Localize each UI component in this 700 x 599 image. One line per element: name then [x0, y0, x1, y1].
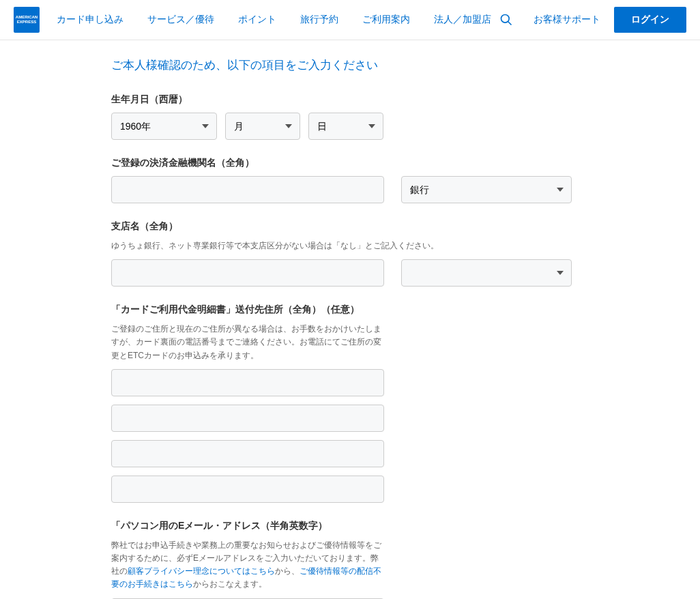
branch-type-select[interactable] — [401, 259, 572, 287]
address-group: 「カードご利用代金明細書」送付先住所（全角）（任意） ご登録のご住所と現在のご住… — [111, 304, 589, 503]
main-header: AMERICAN EXPRESS カード申し込み サービス／優待 ポイント 旅行… — [0, 0, 700, 40]
address-line3-input[interactable] — [111, 440, 384, 467]
branch-group: 支店名（全角） ゆうちょ銀行、ネット専業銀行等で本支店区分がない場合は「なし」と… — [111, 220, 589, 287]
support-link[interactable]: お客様サポート — [534, 14, 600, 26]
amex-logo[interactable]: AMERICAN EXPRESS — [14, 7, 40, 33]
address-line2-input[interactable] — [111, 405, 384, 432]
page-heading: ご本人様確認のため、以下の項目をご入力ください — [111, 57, 589, 73]
nav-guide[interactable]: ご利用案内 — [362, 14, 410, 26]
address-hint: ご登録のご住所と現在のご住所が異なる場合は、お手数をおかけいたしますが、カード裏… — [111, 323, 384, 362]
address-label: 「カードご利用代金明細書」送付先住所（全角）（任意） — [111, 304, 589, 316]
bank-group: ご登録の決済金融機関名（全角） 銀行 — [111, 157, 589, 203]
login-button[interactable]: ログイン — [614, 7, 686, 33]
address-line4-input[interactable] — [111, 476, 384, 503]
nav-corporate[interactable]: 法人／加盟店 — [434, 14, 491, 26]
search-icon[interactable] — [499, 13, 513, 27]
dob-group: 生年月日（西暦） 1960年 月 日 — [111, 93, 589, 140]
branch-name-input[interactable] — [111, 259, 384, 287]
dob-day-select[interactable]: 日 — [308, 113, 383, 140]
branch-label: 支店名（全角） — [111, 220, 589, 233]
dob-label: 生年月日（西暦） — [111, 93, 589, 106]
bank-label: ご登録の決済金融機関名（全角） — [111, 157, 589, 169]
pc-email-label: 「パソコン用のEメール・アドレス（半角英数字） — [111, 520, 589, 532]
pc-email-hint: 弊社ではお申込手続きや業務上の重要なお知らせおよびご優待情報等をご案内するために… — [111, 539, 384, 591]
bank-type-select[interactable]: 銀行 — [401, 176, 572, 203]
pc-email-group: 「パソコン用のEメール・アドレス（半角英数字） 弊社ではお申込手続きや業務上の重… — [111, 520, 589, 599]
nav-points[interactable]: ポイント — [238, 14, 276, 26]
privacy-link[interactable]: 顧客プライバシー理念についてはこちら — [128, 566, 275, 576]
primary-nav: カード申し込み サービス／優待 ポイント 旅行予約 ご利用案内 法人／加盟店 — [57, 14, 499, 26]
dob-month-select[interactable]: 月 — [225, 113, 300, 140]
svg-point-0 — [501, 15, 510, 23]
bank-name-input[interactable] — [111, 176, 384, 203]
svg-line-1 — [508, 22, 512, 25]
address-line1-input[interactable] — [111, 369, 384, 396]
form-container: ご本人様確認のため、以下の項目をご入力ください 生年月日（西暦） 1960年 月… — [111, 40, 589, 599]
dob-year-select[interactable]: 1960年 — [111, 113, 217, 140]
nav-travel[interactable]: 旅行予約 — [300, 14, 338, 26]
branch-hint: ゆうちょ銀行、ネット専業銀行等で本支店区分がない場合は「なし」とご記入ください。 — [111, 239, 589, 252]
nav-service[interactable]: サービス／優待 — [147, 14, 214, 26]
nav-card-apply[interactable]: カード申し込み — [57, 14, 123, 26]
